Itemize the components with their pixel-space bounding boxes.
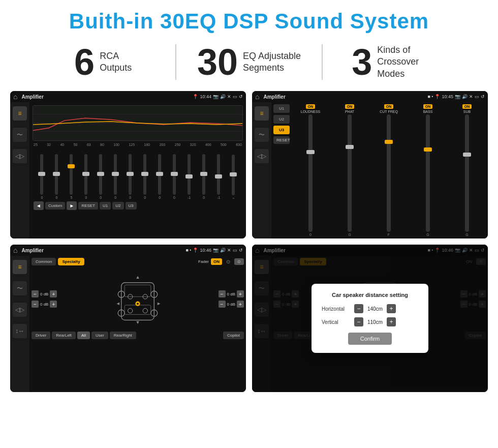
- db-plus-fl1[interactable]: +: [50, 290, 57, 297]
- eq-prev-btn[interactable]: ◄: [34, 201, 44, 210]
- back-icon-2[interactable]: ↺: [481, 94, 485, 99]
- preset-u1-btn[interactable]: U1: [273, 104, 290, 113]
- screen1-content: ≡ 〜 ◁▷: [10, 102, 246, 238]
- stat-crossover-label: Kinds ofCrossover Modes: [377, 44, 438, 80]
- status-bar-1: ⌂ Amplifier 📍 10:44 📷 🔊 ✕ ▭ ↺: [10, 91, 246, 102]
- dialog-title: Car speaker distance setting: [322, 292, 418, 298]
- battery-icon-2: ▭: [475, 94, 479, 99]
- all-btn[interactable]: All: [77, 332, 90, 339]
- horizontal-value: 140cm: [365, 306, 385, 312]
- fader-on-btn[interactable]: ON: [211, 258, 222, 265]
- speaker-icon-3[interactable]: ◁▷: [13, 303, 27, 317]
- dialog-horizontal-row: Horizontal − 140cm +: [322, 304, 418, 313]
- status-bar-2: ⌂ Amplifier ■ • 📍 10:45 📷 🔊 ✕ ▭ ↺: [252, 91, 488, 102]
- phat-col: ON PHAT G: [331, 104, 368, 236]
- loudness-slider[interactable]: [308, 114, 313, 232]
- eq-sliders: 0 0 5 0 0: [33, 148, 243, 199]
- time-1: 10:44: [200, 94, 211, 99]
- eq-icon-3[interactable]: ≡: [13, 260, 27, 274]
- vertical-plus-btn[interactable]: +: [387, 317, 396, 326]
- screen2-content: ≡ 〜 ◁▷ U1 U2 U3 RESET ON LOUDNESS: [252, 102, 488, 238]
- back-icon-1[interactable]: ↺: [239, 94, 243, 99]
- specialty-tab[interactable]: Specialty: [58, 258, 84, 265]
- amp-main: U1 U2 U3 RESET ON LOUDNESS 0: [271, 102, 488, 238]
- fader-label: Fader: [198, 259, 209, 264]
- db-minus-fl2[interactable]: −: [32, 301, 39, 308]
- screens-grid: ⌂ Amplifier 📍 10:44 📷 🔊 ✕ ▭ ↺ ≡ 〜 ◁▷: [0, 88, 498, 397]
- speaker-icon[interactable]: ◁▷: [13, 149, 27, 163]
- freq-32: 32: [47, 143, 51, 146]
- eq-slider-1: 0: [40, 154, 43, 199]
- db-plus-fr1[interactable]: +: [237, 290, 244, 297]
- eq-slider-14: »: [232, 155, 235, 199]
- freq-200: 200: [160, 143, 166, 146]
- horizontal-plus-btn[interactable]: +: [387, 304, 396, 313]
- wave-icon-3[interactable]: 〜: [13, 281, 27, 295]
- wave-icon-2[interactable]: 〜: [255, 128, 269, 142]
- wave-icon[interactable]: 〜: [13, 128, 27, 142]
- freq-80: 80: [100, 143, 104, 146]
- screen2-title: Amplifier: [263, 94, 425, 100]
- stat-rca-label: RCAOutputs: [100, 50, 132, 74]
- close-icon-3: ✕: [227, 248, 231, 253]
- freq-630: 630: [236, 143, 242, 146]
- svg-text:►: ►: [157, 301, 161, 306]
- db-plus-fl2[interactable]: +: [50, 301, 57, 308]
- preset-u3-btn[interactable]: U3: [273, 126, 290, 134]
- home-icon-2[interactable]: ⌂: [255, 93, 259, 101]
- db-minus-fr1[interactable]: −: [219, 290, 226, 297]
- phat-label: PHAT: [345, 110, 354, 113]
- fader-center: ▲ ▼ ◄ ►: [61, 268, 214, 330]
- eq-icon-2[interactable]: ≡: [255, 106, 269, 121]
- speaker-icon-2[interactable]: ◁▷: [255, 149, 269, 163]
- bass-slider[interactable]: [426, 114, 430, 232]
- cutfreq-slider[interactable]: [387, 114, 391, 232]
- eq-reset-btn[interactable]: RESET: [78, 202, 98, 210]
- bass-label: BASS: [423, 110, 433, 113]
- user-btn[interactable]: User: [91, 332, 108, 339]
- home-icon-3[interactable]: ⌂: [13, 246, 17, 254]
- db-plus-fr2[interactable]: +: [237, 301, 244, 308]
- db-control-fr1: − 0 dB +: [219, 290, 244, 297]
- vertical-value: 110cm: [365, 319, 385, 325]
- svg-text:◄: ◄: [116, 301, 120, 306]
- horizontal-label: Horizontal: [322, 306, 352, 312]
- db-minus-fl1[interactable]: −: [32, 290, 39, 297]
- status-bar-3: ⌂ Amplifier ■ • 📍 10:46 📷 🔊 ✕ ▭ ↺: [10, 245, 246, 256]
- eq-custom-btn[interactable]: Custom: [45, 202, 66, 210]
- amp-reset-btn[interactable]: RESET: [273, 136, 290, 144]
- volume-icon-2: 🔊: [462, 94, 468, 99]
- sub-slider[interactable]: [465, 114, 469, 232]
- driver-btn[interactable]: Driver: [32, 332, 50, 339]
- rearright-btn[interactable]: RearRight: [110, 332, 136, 339]
- eq-bottom-bar: ◄ Custom ► RESET U1 U2 U3: [33, 199, 243, 211]
- phat-slider[interactable]: [348, 114, 352, 232]
- battery-icon-3: ▭: [233, 248, 237, 253]
- fader-main: Common Specialty Fader ON ⊙ ⊙ − 0 dB +: [29, 256, 246, 392]
- rearleft-btn[interactable]: RearLeft: [52, 332, 76, 339]
- common-tab[interactable]: Common: [32, 258, 56, 265]
- db-minus-fr2[interactable]: −: [219, 301, 226, 308]
- eq-slider-6: 0: [114, 154, 117, 199]
- screen-dsp: ⌂ Amplifier ■ • 📍 10:45 📷 🔊 ✕ ▭ ↺ ≡ 〜 ◁▷: [252, 91, 488, 238]
- confirm-btn[interactable]: Confirm: [348, 333, 392, 345]
- eq-icon[interactable]: ≡: [13, 106, 27, 121]
- eq-slider-8: 0: [143, 154, 146, 199]
- screen-fader: ⌂ Amplifier ■ • 📍 10:46 📷 🔊 ✕ ▭ ↺ ≡ 〜 ◁▷…: [10, 245, 246, 392]
- preset-u2-btn[interactable]: U2: [273, 115, 290, 124]
- eq-u1-btn[interactable]: U1: [100, 202, 111, 210]
- bass-col: ON BASS G: [409, 104, 447, 236]
- eq-u3-btn[interactable]: U3: [126, 202, 137, 210]
- battery-icon-1: ▭: [233, 94, 237, 99]
- arrows-icon-3[interactable]: ↕↔: [13, 324, 27, 338]
- svg-point-13: [128, 308, 133, 313]
- vertical-minus-btn[interactable]: −: [354, 317, 363, 326]
- fader-body: − 0 dB + − 0 dB +: [32, 268, 244, 330]
- eq-slider-4: 0: [84, 154, 87, 199]
- eq-u2-btn[interactable]: U2: [112, 202, 123, 210]
- back-icon-3[interactable]: ↺: [239, 248, 243, 253]
- home-icon-1[interactable]: ⌂: [13, 93, 17, 101]
- eq-next-btn[interactable]: ►: [67, 201, 77, 210]
- horizontal-minus-btn[interactable]: −: [354, 304, 363, 313]
- copilot-btn[interactable]: Copilot: [223, 332, 244, 339]
